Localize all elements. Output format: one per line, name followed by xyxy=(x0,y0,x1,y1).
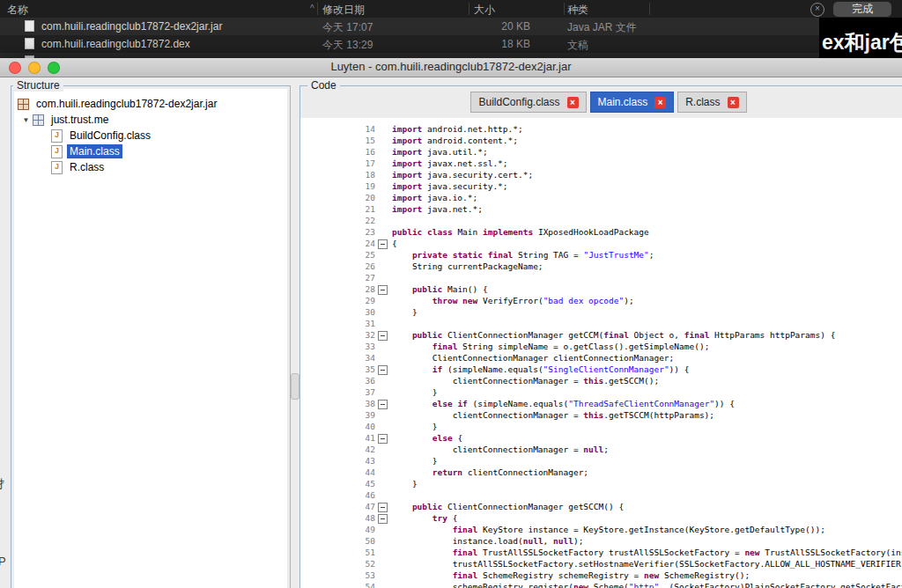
code-text[interactable]: import java.security.*; xyxy=(388,180,508,192)
code-line-38: 38 else if (simpleName.equals("ThreadSaf… xyxy=(300,398,902,409)
code-text[interactable]: final String simpleName = o.getClass().g… xyxy=(388,341,709,352)
tab-close-icon[interactable]: × xyxy=(567,97,579,108)
code-line-25: 25 private static final String TAG = "Ju… xyxy=(300,249,902,261)
tab-buildconfig-class[interactable]: BuildConfig.class× xyxy=(470,92,586,113)
code-text[interactable]: import java.io.*; xyxy=(388,192,477,203)
code-editor[interactable]: 14import android.net.http.*;15import and… xyxy=(300,118,902,588)
line-number: 23 xyxy=(300,226,377,238)
tab-close-icon[interactable]: × xyxy=(654,97,666,108)
line-number: 16 xyxy=(300,146,377,158)
code-text[interactable]: final TrustAllSSLSocketFactory trustAllS… xyxy=(388,547,902,558)
code-text[interactable]: private static final String TAG = "JustT… xyxy=(388,249,654,261)
code-text[interactable]: } xyxy=(388,421,437,432)
code-text[interactable]: } xyxy=(388,455,437,467)
keyword-token: final xyxy=(684,330,710,340)
tab-main-class[interactable]: Main.class× xyxy=(590,92,675,113)
code-text[interactable]: import android.net.http.*; xyxy=(388,123,523,135)
code-line-30: 30 } xyxy=(300,306,902,318)
code-text[interactable]: clientConnectionManager = this.getTSCCM(… xyxy=(388,409,714,421)
code-text[interactable]: trustAllSSLSocketFactory.setHostnameVeri… xyxy=(388,558,902,570)
tree-item-r-class[interactable]: JR.class xyxy=(14,159,287,175)
code-line-20: 20import java.io.*; xyxy=(300,192,902,203)
code-text[interactable]: clientConnectionManager = this.getSCCM()… xyxy=(388,375,659,386)
finder-row[interactable]: com.huili.readingclub17872-dex2jar.jar今天… xyxy=(0,18,819,35)
column-header-name[interactable]: 名称 xyxy=(7,3,28,18)
title-bar[interactable]: Luyten - com.huili.readingclub17872-dex2… xyxy=(0,58,902,77)
code-text[interactable]: else if (simpleName.equals("ThreadSafeCl… xyxy=(388,398,735,409)
code-text[interactable] xyxy=(388,215,392,226)
tab-label: BuildConfig.class xyxy=(478,96,559,108)
fold-marker-icon[interactable] xyxy=(378,434,388,444)
code-text[interactable]: else { xyxy=(388,432,462,444)
code-text[interactable]: public ClientConnectionManager getSCCM()… xyxy=(388,501,624,512)
keyword-token: implements xyxy=(483,227,533,237)
fold-marker-icon[interactable] xyxy=(378,514,388,524)
fold-marker-icon[interactable] xyxy=(378,331,388,341)
code-text[interactable]: import javax.net.ssl.*; xyxy=(388,158,508,169)
code-text[interactable]: { xyxy=(388,238,397,249)
fold-marker-icon[interactable] xyxy=(378,365,388,375)
code-text[interactable]: public Main() { xyxy=(388,283,488,295)
code-text[interactable]: import android.content.*; xyxy=(388,135,518,146)
done-button[interactable]: 完成 xyxy=(833,2,891,17)
code-line-49: 49 final KeyStore instance = KeyStore.ge… xyxy=(300,524,902,535)
fold-marker-icon[interactable] xyxy=(378,239,388,249)
fold-column xyxy=(377,581,388,588)
code-line-43: 43 } xyxy=(300,455,902,467)
fold-column xyxy=(377,226,388,238)
code-text[interactable]: clientConnectionManager = null; xyxy=(388,444,609,455)
fold-column xyxy=(377,123,388,135)
file-icon xyxy=(25,38,34,49)
code-text[interactable]: if (simpleName.equals("SingleClientConnM… xyxy=(388,364,690,375)
tab-close-icon[interactable]: × xyxy=(728,97,739,108)
code-text[interactable]: import java.net.*; xyxy=(388,203,483,215)
background-overlay-text: ex和jar包 xyxy=(822,29,902,56)
code-text[interactable] xyxy=(388,272,392,283)
tree-item-com-huili-readingclub17872-dex2jar-jar[interactable]: com.huili.readingclub17872-dex2jar.jar xyxy=(14,96,287,112)
code-line-53: 53 final SchemeRegistry schemeRegistry =… xyxy=(300,570,902,581)
expand-arrow-icon[interactable]: ▼ xyxy=(19,116,33,124)
code-text[interactable]: throw new VerifyError("bad dex opcode"); xyxy=(388,295,634,306)
zoom-window-button[interactable] xyxy=(48,62,60,74)
line-number: 26 xyxy=(300,261,377,272)
code-text[interactable]: schemeRegistry.register(new Scheme("http… xyxy=(388,581,902,588)
code-text[interactable]: ClientConnectionManager clientConnection… xyxy=(388,352,674,364)
code-text[interactable]: try { xyxy=(388,512,457,524)
code-text[interactable]: String currentPackageName; xyxy=(388,261,543,272)
fold-marker-icon[interactable] xyxy=(378,285,388,295)
code-line-32: 32 public ClientConnectionManager getCCM… xyxy=(300,329,902,341)
code-text[interactable]: import java.security.cert.*; xyxy=(388,169,533,180)
tree-item-label: R.class xyxy=(67,160,107,174)
code-text[interactable]: import java.util.*; xyxy=(388,146,488,158)
keyword-token: new xyxy=(573,582,588,588)
code-text[interactable]: instance.load(null, null); xyxy=(388,535,583,547)
code-text[interactable] xyxy=(388,489,392,501)
code-text[interactable]: } xyxy=(388,478,418,489)
code-text[interactable]: return clientConnectionManager; xyxy=(388,467,588,478)
code-text[interactable]: } xyxy=(388,306,418,318)
fold-column xyxy=(377,432,388,444)
tree-item-buildconfig-class[interactable]: JBuildConfig.class xyxy=(14,128,287,143)
finder-row[interactable]: com.huili.readingclub17872.dex今天 13:2918… xyxy=(0,35,819,53)
close-window-button[interactable] xyxy=(9,62,21,74)
minimize-window-button[interactable] xyxy=(28,62,41,74)
column-header-kind[interactable]: 种类 xyxy=(567,3,588,18)
splitter-handle[interactable] xyxy=(291,373,299,400)
fold-column xyxy=(377,261,388,272)
code-text[interactable]: final SchemeRegistry schemeRegistry = ne… xyxy=(388,570,750,581)
tab-r-class[interactable]: R.class× xyxy=(677,92,746,113)
code-text[interactable]: } xyxy=(388,386,437,398)
column-header-size[interactable]: 大小 xyxy=(474,3,495,18)
code-text[interactable]: public ClientConnectionManager getCCM(fi… xyxy=(388,329,835,341)
code-text[interactable] xyxy=(388,318,392,329)
circle-close-icon[interactable]: × xyxy=(810,3,824,17)
tree-item-just-trust-me[interactable]: ▼just.trust.me xyxy=(14,112,287,128)
column-header-date[interactable]: 修改日期 xyxy=(322,3,365,18)
fold-marker-icon[interactable] xyxy=(378,400,388,409)
tree-item-main-class[interactable]: JMain.class xyxy=(14,143,287,159)
code-text[interactable]: public class Main implements IXposedHook… xyxy=(388,226,649,238)
keyword-token: final xyxy=(453,570,478,580)
keyword-token: final xyxy=(603,330,629,340)
code-text[interactable]: final KeyStore instance = KeyStore.getIn… xyxy=(388,524,825,535)
fold-marker-icon[interactable] xyxy=(378,503,388,512)
